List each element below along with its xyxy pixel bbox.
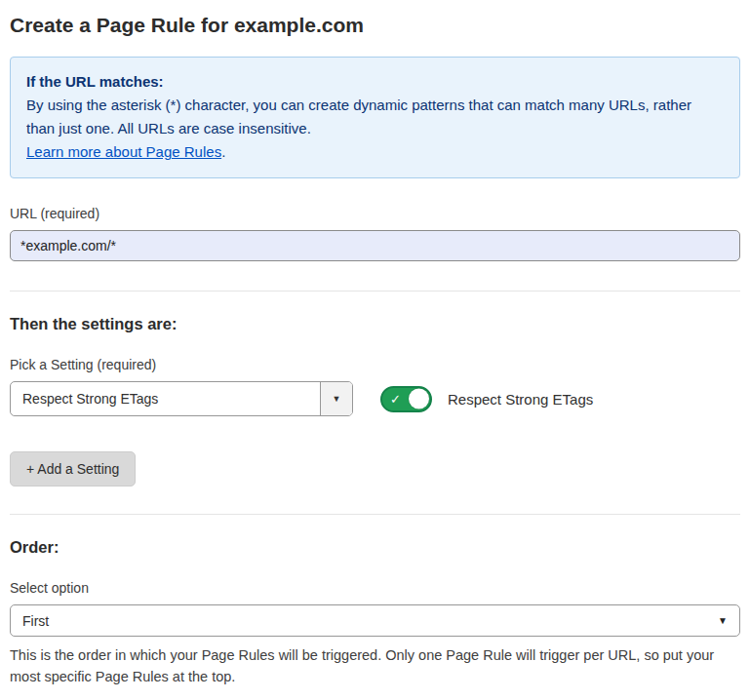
divider (10, 291, 740, 292)
info-box-link-line: Learn more about Page Rules. (26, 140, 724, 164)
setting-select-caret-button[interactable]: ▼ (320, 382, 352, 415)
order-select-value: First (22, 613, 718, 629)
order-section-heading: Order: (10, 538, 740, 557)
setting-select[interactable]: Respect Strong ETags ▼ (10, 381, 353, 416)
divider (10, 514, 740, 515)
create-page-rule-form: Create a Page Rule for example.com If th… (0, 0, 750, 700)
toggle-knob (409, 389, 429, 409)
setting-select-value: Respect Strong ETags (11, 382, 320, 415)
respect-strong-etags-toggle[interactable]: ✓ (380, 386, 432, 412)
add-setting-button[interactable]: + Add a Setting (10, 451, 136, 486)
info-box-heading: If the URL matches: (26, 70, 724, 94)
info-box-body: By using the asterisk (*) character, you… (26, 94, 724, 140)
caret-down-icon: ▼ (718, 615, 728, 626)
settings-section-heading: Then the settings are: (10, 315, 740, 333)
order-select[interactable]: First ▼ (10, 604, 740, 637)
page-title: Create a Page Rule for example.com (10, 14, 740, 37)
caret-down-icon: ▼ (333, 394, 341, 404)
order-select-label: Select option (10, 580, 740, 596)
link-suffix: . (221, 143, 225, 160)
setting-row: Respect Strong ETags ▼ ✓ Respect Strong … (10, 381, 740, 416)
order-help-text: This is the order in which your Page Rul… (10, 644, 740, 687)
url-label: URL (required) (10, 206, 740, 221)
url-match-info-box: If the URL matches: By using the asteris… (10, 57, 740, 178)
pick-setting-label: Pick a Setting (required) (10, 357, 740, 372)
url-input[interactable] (10, 230, 740, 261)
toggle-label: Respect Strong ETags (448, 391, 593, 408)
learn-more-link[interactable]: Learn more about Page Rules (26, 143, 221, 160)
check-icon: ✓ (390, 393, 401, 406)
